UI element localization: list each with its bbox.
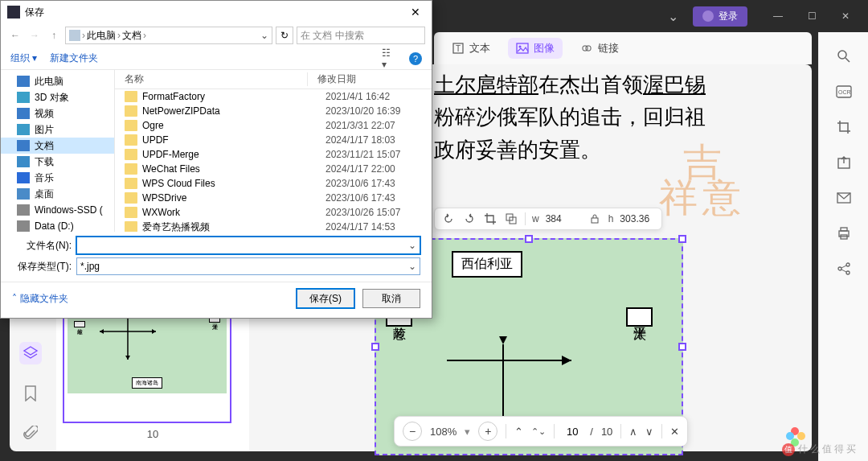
export-icon[interactable] [836,154,852,171]
tree-item[interactable]: Windows-SSD ( [1,202,114,218]
file-name: Ogre [142,120,316,131]
view-mode-button[interactable]: ☷ ▾ [382,53,396,64]
file-row[interactable]: UPDF-Merge2023/11/21 15:07 [115,147,432,162]
crumb-dropdown-icon[interactable]: ⌄ [260,30,268,41]
file-row[interactable]: NetPowerZIPData2023/10/20 16:39 [115,104,432,118]
resize-handle-t[interactable] [525,235,533,243]
crumb-docs[interactable]: 文档 [122,29,141,43]
maximize-button[interactable]: ☐ [796,4,828,28]
tree-item-label: 桌面 [35,187,54,201]
cancel-button[interactable]: 取消 [362,289,420,308]
share-icon[interactable] [836,261,852,277]
list-header: 名称 修改日期 [115,70,432,89]
search-icon[interactable] [836,48,852,64]
tree-item[interactable]: 3D 对象 [1,89,114,105]
separator [661,424,662,438]
print-icon[interactable] [836,225,852,241]
nav-forward-button[interactable]: → [27,27,43,43]
resize-handle-r[interactable] [678,343,686,351]
close-window-button[interactable]: ✕ [829,4,862,28]
expand-up-icon[interactable]: ⌃ [514,426,523,438]
file-name: WPSDrive [142,192,316,204]
dialog-title: 保存 [25,6,44,19]
folder-icon [125,120,137,131]
save-button[interactable]: 保存(S) [297,289,354,308]
col-date[interactable]: 修改日期 [308,72,432,86]
organize-menu[interactable]: 组织 ▾ [10,51,37,65]
file-row[interactable]: WXWork2023/10/26 15:07 [115,205,432,220]
prev-page-icon[interactable]: ∧ [629,426,637,438]
link-tool[interactable]: 链接 [572,38,627,59]
zoom-out-button[interactable]: − [403,422,422,441]
new-folder-button[interactable]: 新建文件夹 [50,51,98,65]
tree-item[interactable]: 音乐 [1,170,114,186]
next-page-icon[interactable]: ∨ [645,426,653,438]
dialog-close-button[interactable]: ✕ [406,6,425,19]
help-button[interactable]: ? [409,52,422,65]
attachment-icon[interactable] [19,422,42,445]
login-button[interactable]: 登录 [693,6,747,27]
titlebar-dropdown[interactable]: ⌄ [660,6,686,27]
folder-icon [17,76,30,87]
rotate-right-icon[interactable] [462,212,477,226]
ocr-icon[interactable]: OCR [836,84,852,100]
nav-back-button[interactable]: ← [7,27,23,43]
right-sidebar: OCR [818,32,868,461]
file-row[interactable]: WPSDrive2023/10/6 17:43 [115,191,432,205]
search-input[interactable]: 在 文档 中搜索 [297,27,425,44]
image-tool[interactable]: 图像 [508,38,563,59]
file-name: 爱奇艺热播视频 [142,220,316,233]
height-input[interactable] [620,213,655,224]
lock-aspect-icon[interactable] [588,212,602,226]
folder-tree: 此电脑3D 对象视频图片文档下载音乐桌面Windows-SSD (Data (D… [1,70,115,232]
mail-icon[interactable] [836,190,852,206]
crop-icon[interactable] [836,119,852,135]
svg-line-7 [845,58,850,62]
page-input[interactable] [563,426,582,438]
file-row[interactable]: FormatFactory2021/4/1 16:42 [115,89,432,104]
close-bar-icon[interactable]: ✕ [670,426,679,438]
file-date: 2023/11/21 15:07 [316,149,432,160]
tree-item[interactable]: 此电脑 [1,73,114,89]
file-row[interactable]: 爱奇艺热播视频2024/1/17 14:53 [115,220,432,232]
refresh-button[interactable]: ↻ [276,27,293,44]
expand-all-icon[interactable]: ⌃⌄ [531,426,546,437]
filetype-select[interactable]: *.jpg⌄ [76,257,420,275]
bookmark-icon[interactable] [19,382,42,405]
resize-handle-l[interactable] [371,343,379,351]
file-row[interactable]: Ogre2021/3/31 22:07 [115,118,432,133]
minimize-button[interactable]: — [762,4,794,28]
tree-item[interactable]: Data (D:) [1,218,114,232]
breadcrumb[interactable]: › 此电脑 › 文档 › ⌄ [65,27,272,44]
col-name[interactable]: 名称 [115,72,308,86]
thumbnail-page-number: 10 [63,428,243,440]
hide-folders-toggle[interactable]: ˄ 隐藏文件夹 [12,292,68,306]
separator [525,212,526,225]
crop-tool-icon[interactable] [483,212,497,226]
zoom-value: 108% [430,426,457,438]
zoom-dropdown-icon[interactable]: ▾ [465,426,470,438]
tree-item[interactable]: 文档 [1,138,114,154]
tree-item[interactable]: 视频 [1,105,114,121]
replace-image-icon[interactable] [504,212,518,226]
tree-item[interactable]: 图片 [1,121,114,138]
file-row[interactable]: WeChat Files2024/1/17 22:00 [115,162,432,176]
editor-toolbar: T 文本 图像 链接 [434,32,812,64]
width-input[interactable] [546,213,581,224]
tree-item[interactable]: 桌面 [1,186,114,202]
resize-handle-tr[interactable] [678,235,686,243]
filename-input[interactable]: ⌄ [76,237,420,254]
file-row[interactable]: WPS Cloud Files2023/10/6 17:43 [115,176,432,191]
layers-icon[interactable] [19,342,42,364]
nav-up-button[interactable]: ↑ [46,27,62,43]
tree-item[interactable]: 下载 [1,154,114,170]
file-row[interactable]: UPDF2024/1/17 18:03 [115,133,432,147]
crumb-pc[interactable]: 此电脑 [87,29,116,43]
svg-point-16 [846,263,850,266]
tree-item-label: Data (D:) [35,220,74,232]
text-tool[interactable]: T 文本 [444,38,498,59]
chevron-up-icon: ˄ [12,293,17,304]
rotate-left-icon[interactable] [441,212,456,226]
svg-text:T: T [456,44,461,53]
zoom-in-button[interactable]: + [478,422,497,441]
